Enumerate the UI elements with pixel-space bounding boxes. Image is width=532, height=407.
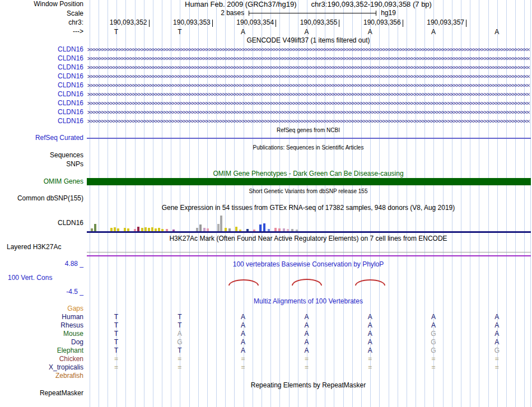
alignment-base: G bbox=[174, 339, 185, 346]
sequence-base: T bbox=[174, 28, 185, 36]
gtex-expression-bar[interactable] bbox=[137, 227, 139, 231]
alignment-base: = bbox=[491, 355, 502, 363]
alignment-base: T bbox=[111, 339, 122, 346]
track-label-gencode-cldn16[interactable]: CLDN16 bbox=[0, 46, 83, 53]
gtex-expression-bar[interactable] bbox=[263, 223, 265, 231]
track-label-gtex-gene[interactable]: CLDN16 bbox=[0, 219, 83, 227]
ruler-tick bbox=[149, 20, 150, 27]
ruler-position-label: 190,093,355 bbox=[287, 19, 337, 26]
track-label-gencode-cldn16[interactable]: CLDN16 bbox=[0, 64, 83, 71]
gencode-track-title: GENCODE V49lift37 (1 items filtered out) bbox=[87, 37, 530, 44]
track-label-gaps[interactable]: Gaps bbox=[0, 305, 83, 312]
phylop-min-value: -4.5 _ bbox=[0, 288, 83, 296]
scale-value: 2 bases bbox=[221, 10, 244, 17]
track-label-gencode-cldn16[interactable]: CLDN16 bbox=[0, 118, 83, 125]
alignment-base: = bbox=[428, 355, 439, 363]
track-label-gencode-cldn16[interactable]: CLDN16 bbox=[0, 82, 83, 89]
gtex-expression-bar[interactable] bbox=[144, 227, 147, 231]
omim-track-title: OMIM Gene Phenotypes - Dark Green Can Be… bbox=[87, 170, 530, 177]
species-label-human[interactable]: Human bbox=[0, 314, 83, 321]
alignment-base: A bbox=[237, 347, 249, 354]
h3k27ac-track-title: H3K27Ac Mark (Often Found Near Active Re… bbox=[87, 235, 530, 242]
alignment-base: A bbox=[301, 322, 312, 329]
gtex-expression-bar[interactable] bbox=[235, 227, 237, 231]
gencode-transcript[interactable]: >>>>>>>>>>>>>>>>>>>>>>>>>>>>>>>>>>>>>>>>… bbox=[87, 46, 530, 53]
gtex-baseline bbox=[87, 231, 531, 233]
phylop-peak bbox=[228, 279, 259, 286]
ruler-tick bbox=[212, 20, 213, 27]
gtex-expression-bar[interactable] bbox=[114, 227, 116, 231]
alignment-base: A bbox=[237, 314, 249, 321]
track-label-gencode-cldn16[interactable]: CLDN16 bbox=[0, 91, 83, 98]
publications-track-title: Publications: Sequences in Scientific Ar… bbox=[87, 144, 530, 151]
gtex-expression-bar[interactable] bbox=[94, 224, 96, 231]
alignment-base: T bbox=[174, 347, 185, 354]
gencode-transcript[interactable]: >>>>>>>>>>>>>>>>>>>>>>>>>>>>>>>>>>>>>>>>… bbox=[87, 91, 530, 98]
alignment-base: A bbox=[365, 322, 376, 329]
alignment-base: T bbox=[174, 314, 185, 321]
alignment-base: A bbox=[301, 314, 312, 321]
gencode-transcript[interactable]: >>>>>>>>>>>>>>>>>>>>>>>>>>>>>>>>>>>>>>>>… bbox=[87, 100, 530, 107]
track-label-refseq-curated[interactable]: RefSeq Curated bbox=[0, 134, 83, 142]
sequence-base: A bbox=[365, 28, 376, 36]
species-label-rhesus[interactable]: Rhesus bbox=[0, 322, 83, 329]
gtex-expression-bar[interactable] bbox=[199, 224, 202, 231]
track-label-gencode-cldn16[interactable]: CLDN16 bbox=[0, 55, 83, 62]
track-label-snps[interactable]: SNPs bbox=[0, 161, 83, 168]
gtex-expression-bar[interactable] bbox=[259, 224, 262, 231]
ruler-tick bbox=[339, 20, 339, 27]
omim-gene-item[interactable] bbox=[87, 178, 531, 185]
sequence-base: A bbox=[428, 28, 439, 36]
species-label-mouse[interactable]: Mouse bbox=[0, 330, 83, 338]
track-label-repeatmasker[interactable]: RepeatMasker bbox=[0, 390, 83, 397]
gencode-transcript[interactable]: >>>>>>>>>>>>>>>>>>>>>>>>>>>>>>>>>>>>>>>>… bbox=[87, 64, 530, 71]
gtex-expression-bar[interactable] bbox=[151, 227, 153, 231]
species-label-dog[interactable]: Dog bbox=[0, 339, 83, 346]
species-label-chicken[interactable]: Chicken bbox=[0, 355, 83, 363]
alignment-base: A bbox=[428, 322, 439, 329]
alignment-base: T bbox=[111, 330, 122, 338]
ruler-position-label: 190,093,352 bbox=[97, 19, 147, 26]
position-range: chr3:190,093,352-190,093,358 (7 bp) bbox=[311, 1, 432, 8]
track-label-omim-genes[interactable]: OMIM Genes bbox=[0, 178, 83, 185]
track-label-gencode-cldn16[interactable]: CLDN16 bbox=[0, 73, 83, 80]
h3k27ac-signal-gray bbox=[87, 252, 531, 252]
gtex-expression-bar[interactable] bbox=[217, 224, 220, 231]
track-label-layered-h3k27ac[interactable]: Layered H3K27Ac bbox=[7, 244, 61, 251]
phylop-peak bbox=[355, 279, 385, 286]
ruler-tick bbox=[466, 20, 466, 27]
gencode-transcript[interactable]: >>>>>>>>>>>>>>>>>>>>>>>>>>>>>>>>>>>>>>>>… bbox=[87, 82, 530, 89]
multiz-track-title: Multiz Alignments of 100 Vertebrates bbox=[87, 298, 530, 305]
species-label-x_tropicalis[interactable]: X_tropicalis bbox=[0, 364, 83, 371]
repeatmasker-track-title: Repeating Elements by RepeatMasker bbox=[87, 382, 530, 389]
track-label-common-dbsnp[interactable]: Common dbSNP(155) bbox=[0, 195, 83, 202]
refseq-curated-item[interactable] bbox=[87, 138, 531, 139]
window-position-label: Window Position bbox=[0, 1, 83, 8]
alignment-base: A bbox=[301, 339, 312, 346]
track-label-100-vert-cons[interactable]: 100 Vert. Cons bbox=[8, 274, 52, 282]
track-label-gencode-cldn16[interactable]: CLDN16 bbox=[0, 109, 83, 116]
gtex-track-title: Gene Expression in 54 tissues from GTEx … bbox=[87, 204, 530, 212]
species-label-elephant[interactable]: Elephant bbox=[0, 347, 83, 354]
alignment-base: A bbox=[365, 339, 376, 346]
scale-row: 2 bases hg19 bbox=[87, 10, 530, 17]
gencode-transcript[interactable]: >>>>>>>>>>>>>>>>>>>>>>>>>>>>>>>>>>>>>>>>… bbox=[87, 73, 530, 80]
gtex-expression-bar[interactable] bbox=[220, 216, 222, 231]
window-position-title: Human Feb. 2009 (GRCh37/hg19) chr3:190,0… bbox=[87, 1, 530, 8]
alignment-base: = bbox=[237, 355, 249, 363]
phylop-track-title: 100 vertebrates Basewise Conservation by… bbox=[87, 261, 530, 268]
gencode-transcript[interactable]: >>>>>>>>>>>>>>>>>>>>>>>>>>>>>>>>>>>>>>>>… bbox=[87, 118, 530, 125]
alignment-base: = bbox=[174, 355, 185, 363]
alignment-base: A bbox=[301, 347, 312, 354]
alignment-base: A bbox=[365, 314, 376, 321]
gencode-transcript[interactable]: >>>>>>>>>>>>>>>>>>>>>>>>>>>>>>>>>>>>>>>>… bbox=[87, 109, 530, 116]
gencode-transcript[interactable]: >>>>>>>>>>>>>>>>>>>>>>>>>>>>>>>>>>>>>>>>… bbox=[87, 55, 530, 62]
phylop-peak bbox=[292, 279, 322, 286]
species-label-zebrafish[interactable]: Zebrafish bbox=[0, 372, 83, 380]
track-label-gencode-cldn16[interactable]: CLDN16 bbox=[0, 100, 83, 107]
alignment-base: A bbox=[491, 322, 502, 329]
track-label-sequences[interactable]: Sequences bbox=[0, 152, 83, 159]
ruler-position-label: 190,093,353 bbox=[160, 19, 211, 26]
refseq-track-title: RefSeq genes from NCBI bbox=[87, 127, 530, 133]
alignment-base: A bbox=[491, 339, 502, 346]
